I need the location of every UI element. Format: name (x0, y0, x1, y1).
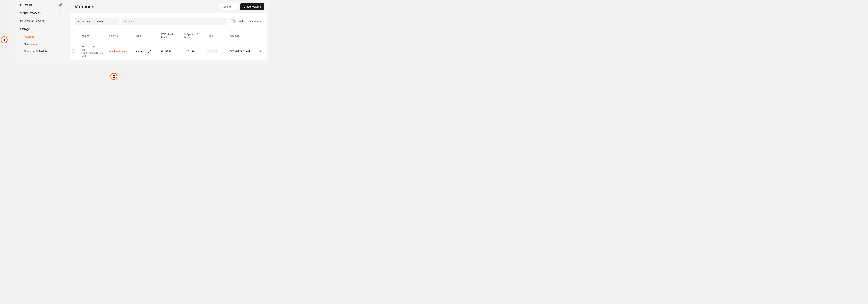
search-by-field-select[interactable]: Name (93, 18, 119, 25)
tag-count-secondary: 3 (212, 49, 217, 53)
sidebar-item-label: Bare Metal Servers (20, 20, 44, 23)
create-volume-button[interactable]: Create Volume (240, 3, 265, 10)
without-attachments-toggle[interactable] (229, 20, 236, 23)
callout-2: 2 (111, 73, 117, 80)
volume-region: Luxembourg-2 (133, 42, 159, 60)
more-horizontal-icon: ••• (258, 49, 262, 53)
svg-point-0 (124, 20, 126, 22)
sidebar-item-snapshots[interactable]: Snapshots (24, 40, 67, 48)
actions-label: Actions (222, 5, 231, 8)
sidebar-item-bare-metal[interactable]: Bare Metal Servers (15, 17, 67, 25)
chevron-down-icon (59, 28, 62, 31)
callout-number: 2 (113, 74, 115, 78)
chevron-down-icon (114, 20, 116, 23)
volume-iops: 60 / 600 (159, 42, 182, 60)
search-by-field-value: Name (96, 20, 103, 23)
table-row: New volume ID High IOPS SSD / 1 GiB Atta… (70, 42, 267, 60)
col-region[interactable]: Region (133, 30, 159, 42)
sidebar-item-virtual-instances[interactable]: Virtual Instances (15, 9, 67, 17)
volume-mbps: 10 / 100 (182, 42, 205, 60)
row-checkbox[interactable] (72, 49, 75, 53)
sidebar-item-label: Snapshots (24, 42, 37, 46)
toggle-knob-icon (233, 20, 236, 23)
filter-bar: Search By Name (70, 13, 267, 29)
sidebar-title: CLOUD (20, 3, 32, 7)
sidebar-header: CLOUD (15, 3, 67, 9)
sidebar-item-label: Storage (20, 28, 30, 31)
tag-count-primary: 1 (208, 49, 212, 53)
search-input-wrap (121, 18, 227, 25)
search-input[interactable] (128, 20, 224, 23)
app-frame: CLOUD Virtual Instances Bare Metal Serve… (15, 0, 270, 64)
sidebar-storage-submenu: Volumes Snapshots Snapshot Schedules (15, 33, 67, 55)
page-header-actions: Actions Create Volume (219, 3, 265, 10)
sidebar-item-volumes[interactable]: Volumes (24, 33, 67, 40)
chevron-right-icon (59, 12, 62, 14)
volume-subtitle: High IOPS SSD / 1 GiB (82, 52, 104, 57)
select-all-checkbox[interactable] (72, 34, 75, 37)
without-attachments-label: Without attachments (238, 20, 262, 23)
search-by-group: Search By Name (75, 18, 119, 25)
notification-dot-icon (61, 3, 62, 4)
col-mbps[interactable]: MBps limit / burst (182, 30, 205, 42)
search-by-prefix: Search By (75, 18, 93, 25)
without-attachments-toggle-group: Without attachments (229, 20, 262, 23)
volumes-panel: Search By Name (70, 13, 267, 60)
chevron-down-icon (232, 5, 235, 8)
actions-dropdown[interactable]: Actions (219, 3, 238, 10)
volume-created: 3/29/24, 9:25 AM (228, 42, 256, 60)
page-title: Volumes (74, 4, 94, 9)
page-header: Volumes Actions Create Volume (67, 0, 270, 13)
col-tags[interactable]: Tags (205, 30, 228, 42)
sidebar-item-snapshot-schedules[interactable]: Snapshot Schedules (24, 48, 67, 55)
col-instance[interactable]: Instance (106, 30, 133, 42)
volume-name-row[interactable]: New volume (82, 45, 104, 48)
table-header: Name Instance Region IOPS limit / burst … (70, 30, 267, 42)
sidebar-item-storage[interactable]: Storage (15, 25, 67, 33)
col-created[interactable]: Created (228, 30, 256, 42)
col-name[interactable]: Name (80, 30, 106, 42)
tags-badge[interactable]: 1 3 (207, 49, 217, 53)
sidebar: CLOUD Virtual Instances Bare Metal Serve… (15, 0, 67, 64)
svg-line-1 (125, 22, 126, 22)
callout-1: 1 (1, 36, 8, 43)
row-actions-menu[interactable]: ••• (258, 49, 262, 53)
callout-number: 1 (3, 38, 5, 42)
callout-2-line (114, 59, 114, 73)
id-badge[interactable]: ID (82, 49, 85, 51)
volume-name: New volume (82, 45, 96, 48)
sidebar-item-label: Virtual Instances (20, 12, 41, 15)
callout-1-line (8, 40, 22, 40)
search-icon (124, 20, 126, 23)
col-iops[interactable]: IOPS limit / burst (159, 30, 182, 42)
main-content: Volumes Actions Create Volume Search By (67, 0, 270, 64)
volumes-table: Name Instance Region IOPS limit / burst … (70, 29, 267, 60)
attach-to-instance-link[interactable]: Attach to Instance (108, 49, 129, 53)
notifications-bell[interactable] (58, 3, 62, 7)
sidebar-item-label: Volumes (24, 35, 34, 38)
sidebar-item-label: Snapshot Schedules (24, 50, 49, 53)
